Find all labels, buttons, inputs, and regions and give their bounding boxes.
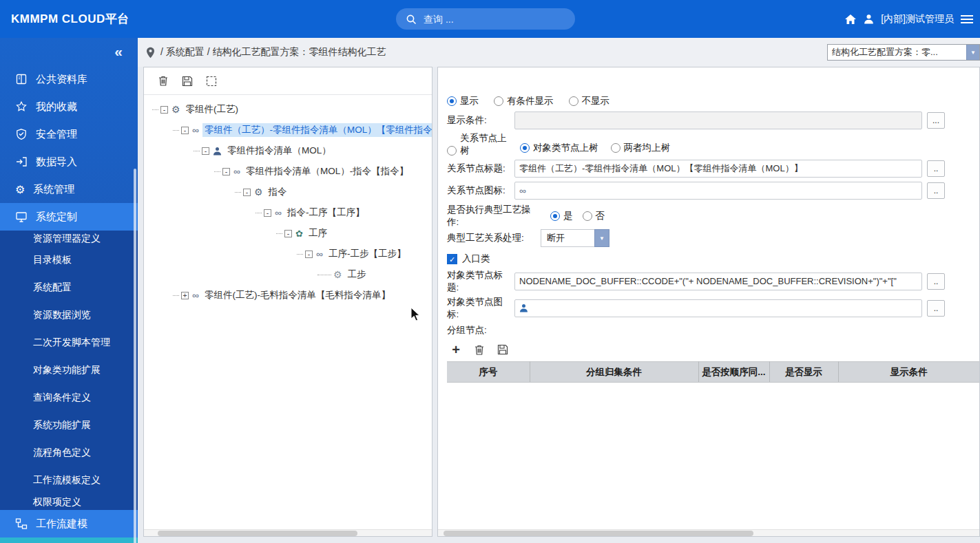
object-icon-browse-button[interactable]: .. [927, 300, 945, 317]
favorites-icon [15, 100, 28, 113]
collapse-node-icon[interactable]: - [181, 127, 189, 134]
object-title-label: 对象类节点标题: [447, 269, 510, 293]
radio-label: 对象类节点上树 [533, 142, 598, 154]
sidebar-item-workflow-modeling[interactable]: 工作流建模 [0, 510, 138, 537]
sidebar-item-data-import[interactable]: 数据导入 [0, 148, 138, 175]
tree-node[interactable]: - ⚙ 零组件(工艺) [144, 99, 432, 120]
sidebar-item-favorites[interactable]: 我的收藏 [0, 93, 138, 120]
tree-node[interactable]: + ∞ 零组件(工艺)-毛料指令清单【毛料指令清单】 [144, 285, 432, 306]
marquee-select-icon[interactable] [205, 75, 218, 87]
tree-node-label[interactable]: 指令-工序【工序】 [285, 206, 367, 220]
delete-icon[interactable] [157, 75, 169, 87]
tree-node-label[interactable]: 工序 [306, 226, 329, 240]
entry-class-checkbox[interactable]: ✓ [447, 254, 457, 264]
collapse-node-icon[interactable]: - [202, 147, 209, 155]
global-search[interactable] [396, 8, 575, 30]
tree-node[interactable]: - ∞ 零组件指令清单（MOL）-指令【指令】 [144, 161, 432, 182]
tree-node-label[interactable]: 零组件指令清单（MOL）-指令【指令】 [244, 164, 410, 178]
home-icon[interactable] [844, 14, 857, 25]
typical-relation-select[interactable]: 断开 ▼ [541, 229, 609, 247]
sidebar-subitem-system-function-extension[interactable]: 系统功能扩展 [0, 411, 138, 438]
tree-node[interactable]: - 零组件指令清单（MOL） [144, 140, 432, 161]
radio-display[interactable]: 显示 [447, 95, 479, 107]
sidebar-subitem-resource-data-browse[interactable]: 资源数据浏览 [0, 301, 138, 328]
tree-node[interactable]: - ⚙ 指令 [144, 182, 432, 202]
sidebar-subitem-process-role-def[interactable]: 流程角色定义 [0, 438, 138, 466]
radio-conditional-display[interactable]: 有条件显示 [494, 95, 554, 107]
radio-label: 关系节点上树 [460, 132, 508, 157]
delete-icon[interactable] [473, 343, 486, 356]
relation-icon-browse-button[interactable]: .. [927, 182, 945, 199]
sidebar-subitem-system-config[interactable]: 系统配置 [0, 273, 138, 301]
object-title-browse-button[interactable]: .. [927, 273, 945, 290]
menu-icon[interactable] [961, 15, 973, 23]
tree-connector [256, 213, 262, 213]
sidebar-subitem-resource-manager-def[interactable]: 资源管理器定义 [0, 231, 138, 246]
radio-objectclass-node-on-tree[interactable]: 对象类节点上树 [520, 142, 598, 154]
tree-node[interactable]: - ∞ 指令-工序【工序】 [144, 202, 432, 223]
tree-node-label[interactable]: 指令 [267, 185, 289, 199]
tree-node[interactable]: - ∞ 工序-工步【工步】 [144, 244, 432, 264]
tree-node-label[interactable]: 零组件指令清单（MOL） [225, 144, 333, 158]
entry-class-row[interactable]: ✓ 入口类 [447, 253, 979, 265]
tree-node[interactable]: ⚙ 工步 [144, 264, 432, 285]
relation-title-browse-button[interactable]: .. [927, 160, 945, 177]
collapse-node-icon[interactable]: - [222, 168, 230, 175]
sidebar-subitem-script-management[interactable]: 二次开发脚本管理 [0, 328, 138, 356]
browse-condition-button[interactable]: ... [927, 112, 945, 129]
collapse-node-icon[interactable]: - [160, 106, 168, 114]
collapse-node-icon[interactable]: - [264, 209, 271, 217]
sidebar-item-system-customization[interactable]: 系统定制 [0, 203, 138, 231]
collapse-node-icon[interactable]: - [243, 189, 251, 196]
user-icon[interactable] [864, 14, 874, 24]
add-icon[interactable]: + [450, 343, 462, 356]
entry-class-label: 入口类 [462, 253, 490, 265]
radio-both-on-tree[interactable]: 两者均上树 [611, 142, 671, 154]
save-icon[interactable] [497, 343, 509, 356]
tree-mode-row: 关系节点上树 对象类节点上树 两者均上树 [447, 132, 979, 157]
sidebar-subitem-directory-template[interactable]: 目录模板 [0, 246, 138, 273]
radio-typical-no[interactable]: 否 [583, 210, 605, 222]
tree-node[interactable]: - ✿ 工序 [144, 223, 432, 244]
security-icon [15, 128, 28, 140]
collapse-node-icon[interactable]: - [305, 251, 313, 258]
tree-node-label[interactable]: 零组件（工艺）-零组件指令清单（MOL）【零组件指令清单（MOL）】 [202, 123, 432, 137]
scrollbar-thumb[interactable] [158, 531, 357, 536]
object-title-input[interactable] [514, 273, 922, 290]
collapse-node-icon[interactable]: - [284, 230, 292, 237]
expand-node-icon[interactable]: + [181, 292, 189, 299]
sidebar-subitem-objectclass-extension[interactable]: 对象类功能扩展 [0, 356, 138, 383]
form-horizontal-scrollbar[interactable] [438, 529, 979, 536]
display-condition-row: 显示条件: ... [447, 111, 979, 129]
tree-horizontal-scrollbar[interactable] [144, 529, 432, 536]
top-bar: KMMPM CLOUD平台 [内部]测试管理员 [0, 0, 980, 38]
chevron-down-icon[interactable]: ▼ [966, 45, 979, 60]
sidebar-item-public-library[interactable]: 公共资料库 [0, 65, 138, 93]
object-icon-input[interactable] [514, 299, 922, 317]
sidebar-collapse-button[interactable]: « [0, 38, 138, 65]
search-input[interactable] [424, 14, 548, 25]
chevron-down-icon[interactable]: ▼ [594, 229, 609, 247]
tree-node-label[interactable]: 工步 [346, 268, 368, 281]
sidebar-subitem-query-condition-def[interactable]: 查询条件定义 [0, 383, 138, 411]
gear-icon: ⚙ [333, 269, 342, 280]
scheme-selector[interactable]: 结构化工艺配置方案：零... ▼ [827, 44, 980, 61]
app-title: KMMPM CLOUD平台 [0, 11, 129, 27]
sidebar-subitem-permission-item-def[interactable]: 权限项定义 [0, 493, 138, 510]
sidebar-subitem-workflow-template-def[interactable]: 工作流模板定义 [0, 466, 138, 493]
tree-node[interactable]: - ∞ 零组件（工艺）-零组件指令清单（MOL）【零组件指令清单（MOL）】 [144, 120, 432, 140]
relation-icon-input[interactable]: ∞ [514, 182, 922, 200]
sidebar-scrollbar[interactable] [134, 169, 136, 543]
tree-node-label[interactable]: 零组件(工艺)-毛料指令清单【毛料指令清单】 [202, 288, 393, 302]
sidebar-item-label: 我的收藏 [36, 100, 77, 114]
radio-typical-yes[interactable]: 是 [550, 210, 573, 222]
tree-node-label[interactable]: 零组件(工艺) [184, 103, 241, 116]
scrollbar-thumb[interactable] [444, 531, 753, 536]
radio-relation-node-on-tree[interactable]: 关系节点上树 [447, 132, 508, 157]
sidebar-item-system-management[interactable]: ⚙ 系统管理 [0, 175, 138, 203]
radio-no-display[interactable]: 不显示 [569, 95, 610, 107]
tree-node-label[interactable]: 工序-工步【工步】 [326, 247, 408, 261]
relation-title-input[interactable] [514, 160, 922, 178]
save-icon[interactable] [181, 75, 194, 87]
sidebar-item-security[interactable]: 安全管理 [0, 120, 138, 148]
